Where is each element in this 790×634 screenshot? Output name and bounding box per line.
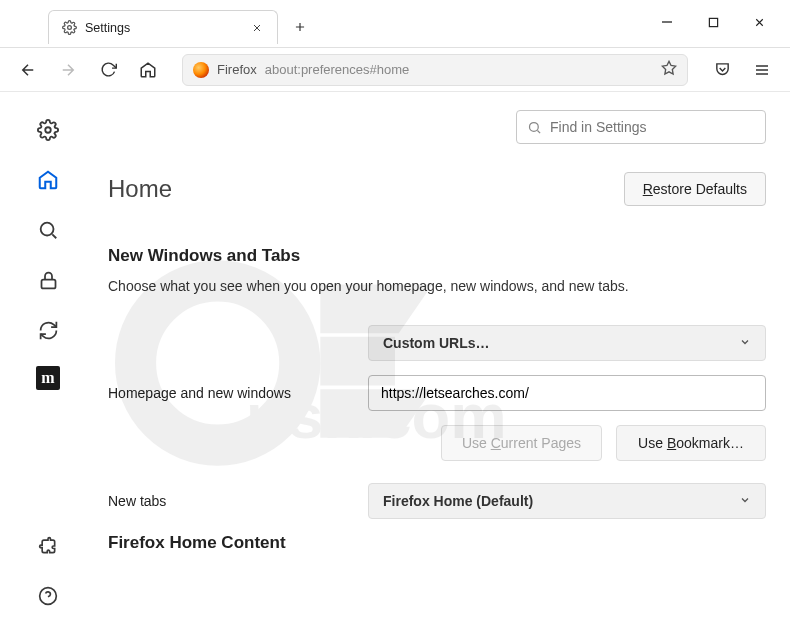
newtabs-value: Firefox Home (Default) [383,493,533,509]
window-close-button[interactable] [736,6,782,38]
window-maximize-button[interactable] [690,6,736,38]
search-icon [527,120,542,135]
chevron-down-icon [739,493,751,509]
nav-toolbar: Firefox about:preferences#home [0,48,790,92]
url-text: about:preferences#home [265,62,410,77]
url-identity: Firefox [217,62,257,77]
svg-point-6 [41,223,54,236]
svg-point-9 [530,122,539,131]
sidebar-extension-icon[interactable]: m [36,366,60,390]
sidebar-search-icon[interactable] [34,216,62,244]
home-button[interactable] [132,54,164,86]
sidebar-general-icon[interactable] [34,116,62,144]
tab-strip: Settings [0,0,644,44]
gear-icon [61,20,77,36]
svg-marker-2 [662,61,675,74]
svg-point-0 [67,26,71,30]
window-minimize-button[interactable] [644,6,690,38]
new-tab-button[interactable] [286,13,314,41]
homepage-mode-value: Custom URLs… [383,335,490,351]
settings-main: Home RRestore Defaultsestore Defaults Ne… [96,92,790,634]
svg-rect-7 [41,279,55,288]
window-controls [644,0,790,38]
section-new-windows-title: New Windows and Tabs [108,246,766,266]
sidebar-home-icon[interactable] [34,166,62,194]
settings-sidebar: m [0,92,96,634]
newtabs-dropdown[interactable]: Firefox Home (Default) [368,483,766,519]
section-firefox-home-content-title: Firefox Home Content [108,533,766,553]
chevron-down-icon [739,335,751,351]
save-to-pocket-button[interactable] [706,54,738,86]
firefox-logo-icon [193,62,209,78]
settings-search[interactable] [516,110,766,144]
tab-close-icon[interactable] [249,20,265,36]
restore-defaults-button[interactable]: RRestore Defaultsestore Defaults [624,172,766,206]
sidebar-help-icon[interactable] [34,582,62,610]
homepage-url-input[interactable] [368,375,766,411]
window-titlebar: Settings [0,0,790,48]
page-heading: Home [108,175,172,203]
homepage-label: Homepage and new windows [108,385,348,401]
section-new-windows-desc: Choose what you see when you open your h… [108,276,766,297]
back-button[interactable] [12,54,44,86]
use-bookmark-button[interactable]: Use Bookmark…Use Bookmark… [616,425,766,461]
sidebar-sync-icon[interactable] [34,316,62,344]
sidebar-privacy-icon[interactable] [34,266,62,294]
newtabs-label: New tabs [108,493,348,509]
homepage-mode-dropdown[interactable]: Custom URLs… [368,325,766,361]
settings-search-input[interactable] [550,119,755,135]
use-current-pages-button[interactable]: Use Current PagesUse Current Pages [441,425,602,461]
tab-settings[interactable]: Settings [48,10,278,44]
reload-button[interactable] [92,54,124,86]
app-menu-button[interactable] [746,54,778,86]
content-area: risk.com m [0,92,790,634]
sidebar-addons-icon[interactable] [34,532,62,560]
svg-point-5 [45,127,51,133]
forward-button[interactable] [52,54,84,86]
svg-rect-1 [709,18,717,26]
tab-title: Settings [85,21,241,35]
url-bar[interactable]: Firefox about:preferences#home [182,54,688,86]
bookmark-star-icon[interactable] [661,60,677,80]
